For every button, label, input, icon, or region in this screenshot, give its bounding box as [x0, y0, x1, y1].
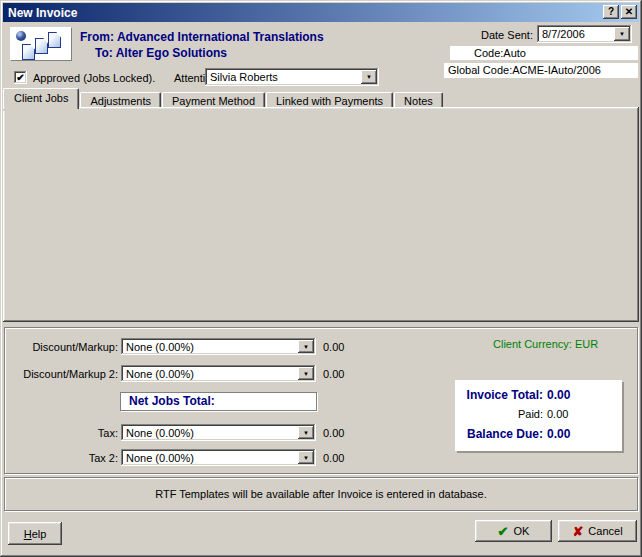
ok-button-label: OK: [514, 525, 530, 537]
tax2-combobox[interactable]: None (0.00%) ▼: [121, 449, 316, 466]
document-icon: [22, 44, 35, 60]
tax2-value: None (0.00%): [126, 452, 194, 464]
chevron-down-icon[interactable]: ▼: [361, 70, 377, 84]
tax-amount: 0.00: [323, 427, 344, 439]
check-icon: ✔: [16, 72, 24, 83]
chevron-down-icon[interactable]: ▼: [298, 426, 314, 439]
attention-value: Silvia Roberts: [210, 71, 278, 83]
approved-checkbox-label[interactable]: Approved (Jobs Locked).: [33, 72, 155, 84]
discount-markup-amount: 0.00: [323, 341, 344, 353]
code-field[interactable]: Code:Auto: [450, 46, 638, 60]
chevron-down-icon[interactable]: ▼: [298, 340, 314, 353]
discount-markup2-amount: 0.00: [323, 368, 344, 380]
tax-value: None (0.00%): [126, 427, 194, 439]
rtf-notice-panel: RTF Templates will be available after In…: [4, 477, 638, 511]
document-icon: [48, 32, 61, 48]
client-currency-text: Client Currency: EUR: [493, 338, 598, 350]
check-icon: ✔: [498, 524, 509, 539]
document-icon: [35, 38, 48, 54]
date-sent-label: Date Sent:: [481, 29, 533, 41]
invoice-totals-box: Invoice Total: 0.00 Paid: 0.00 Balance D…: [455, 380, 622, 451]
tax2-amount: 0.00: [323, 452, 344, 464]
net-jobs-total-box: Net Jobs Total:: [120, 392, 317, 411]
cancel-button-label: Cancel: [588, 525, 622, 537]
cancel-button[interactable]: ✘ Cancel: [558, 520, 637, 542]
tax-combobox[interactable]: None (0.00%) ▼: [121, 424, 316, 441]
new-invoice-dialog: New Invoice ? ✕ From: Advanced Internati…: [0, 0, 642, 557]
invoice-total-label: Invoice Total:: [455, 388, 543, 402]
help-button[interactable]: Help: [8, 522, 62, 545]
invoice-icon: [10, 27, 72, 61]
tax-label: Tax:: [5, 427, 118, 439]
balance-due-value: 0.00: [547, 427, 570, 441]
approved-checkbox[interactable]: ✔: [14, 71, 27, 84]
tab-strip: Client Jobs Adjustments Payment Method L…: [3, 89, 444, 109]
tab-client-jobs[interactable]: Client Jobs: [3, 88, 79, 109]
client-jobs-tab-page: [3, 107, 639, 322]
window-title: New Invoice: [3, 6, 77, 20]
attention-combobox[interactable]: Silvia Roberts ▼: [205, 68, 379, 86]
titlebar-buttons: ? ✕: [603, 5, 637, 19]
discount-markup-combobox[interactable]: None (0.00%) ▼: [121, 338, 316, 355]
net-jobs-total-label: Net Jobs Total:: [121, 393, 316, 410]
help-button-label: Help: [24, 528, 47, 540]
chevron-down-icon[interactable]: ▼: [614, 27, 630, 41]
invoice-total-value: 0.00: [547, 388, 570, 402]
discount-markup2-value: None (0.00%): [126, 368, 194, 380]
discount-markup-label: Discount/Markup:: [5, 341, 118, 353]
context-help-icon[interactable]: ?: [603, 5, 619, 19]
close-icon[interactable]: ✕: [621, 5, 637, 19]
discount-markup2-combobox[interactable]: None (0.00%) ▼: [121, 365, 316, 382]
title-bar[interactable]: New Invoice ? ✕: [3, 3, 639, 22]
globe-icon: [16, 31, 26, 41]
from-text: From: Advanced International Translation…: [80, 30, 324, 44]
x-icon: ✘: [572, 524, 583, 539]
discount-markup2-label: Discount/Markup 2:: [5, 368, 118, 380]
date-sent-value: 8/7/2006: [542, 28, 585, 40]
discount-markup-value: None (0.00%): [126, 341, 194, 353]
paid-label: Paid:: [455, 408, 543, 420]
rtf-notice-text: RTF Templates will be available after In…: [155, 488, 487, 500]
paid-value: 0.00: [547, 408, 568, 420]
balance-due-label: Balance Due:: [455, 427, 543, 441]
chevron-down-icon[interactable]: ▼: [298, 451, 314, 464]
tax2-label: Tax 2:: [5, 452, 118, 464]
date-sent-combobox[interactable]: 8/7/2006 ▼: [537, 25, 632, 43]
global-code-field[interactable]: Global Code:ACME-IAuto/2006: [444, 63, 638, 78]
to-text: To: Alter Ego Solutions: [95, 46, 227, 60]
chevron-down-icon[interactable]: ▼: [298, 367, 314, 380]
totals-panel: Discount/Markup: None (0.00%) ▼ 0.00 Dis…: [4, 327, 638, 474]
ok-button[interactable]: ✔ OK: [475, 520, 552, 542]
